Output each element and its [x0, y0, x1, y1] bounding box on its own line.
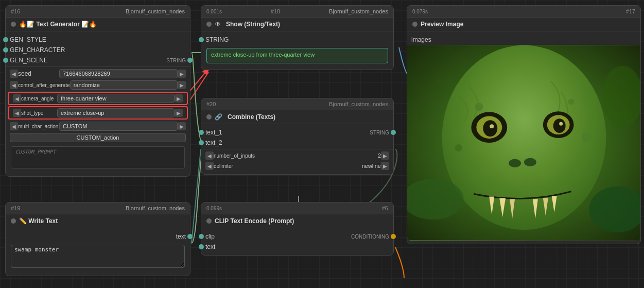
- camera-right-btn[interactable]: ▶: [175, 94, 183, 103]
- seed-left-btn[interactable]: ◀: [10, 70, 18, 78]
- delimiter-label: delimiter: [214, 163, 233, 169]
- seed-input[interactable]: [59, 69, 178, 78]
- camera-input[interactable]: [57, 94, 175, 103]
- node-show-string: 0.001s #18 Bjornulf_custom_nodes 👁 Show …: [201, 5, 394, 70]
- string-out-port[interactable]: [187, 58, 193, 63]
- camera-row: ◀ camera_angle ▶: [8, 92, 188, 105]
- node-18-output-area: extreme close-up from three-quarter view: [201, 45, 393, 66]
- node-6-body: clip CONDITIONING text: [201, 228, 393, 255]
- node-17-titlebar: Preview Image: [407, 18, 640, 31]
- node-16-title: 🔥📝 Text Generator 📝🔥: [19, 21, 97, 28]
- text2-row: text_2: [201, 138, 393, 148]
- seed-row: ◀ seed ▶: [6, 68, 190, 79]
- svg-point-13: [509, 159, 521, 167]
- multi-label: multi_char_action: [18, 124, 59, 129]
- num-inputs-right-btn[interactable]: ▶: [381, 151, 389, 160]
- seed-right-btn[interactable]: ▶: [178, 70, 186, 78]
- camera-left-btn[interactable]: ◀: [13, 94, 21, 103]
- node-16-package: Bjornulf_custom_nodes: [126, 8, 185, 14]
- shot-right-btn[interactable]: ▶: [175, 109, 183, 117]
- node-write-text: #19 Bjornulf_custom_nodes ✏️ Write Text …: [5, 202, 190, 276]
- custom-action-btn[interactable]: CUSTOM_action: [10, 133, 186, 142]
- text2-port[interactable]: [199, 140, 204, 145]
- svg-point-23: [582, 132, 592, 143]
- node-20-status-dot: [206, 114, 212, 120]
- shot-row: ◀ shot_type ▶: [8, 106, 188, 120]
- gen-scene-row: GEN_SCENE STRING: [6, 55, 190, 65]
- node-18-header: 0.001s #18 Bjornulf_custom_nodes: [201, 6, 393, 18]
- node-18-package: Bjornulf_custom_nodes: [329, 8, 388, 14]
- node-20-header: #20 Bjornulf_custom_nodes: [201, 98, 393, 110]
- node-17-id: #17: [626, 8, 635, 14]
- images-row: images: [407, 35, 640, 45]
- text-encode-label: text: [205, 243, 215, 250]
- custom-action-row: CUSTOM_action: [6, 132, 190, 143]
- text1-port[interactable]: [199, 130, 204, 135]
- delimiter-right-btn[interactable]: ▶: [381, 162, 389, 170]
- num-inputs-left-btn[interactable]: ◀: [205, 151, 214, 160]
- camera-label: camera_angle: [21, 96, 57, 101]
- gen-character-port[interactable]: [3, 47, 8, 53]
- images-in-port[interactable]: [405, 37, 410, 42]
- multi-row: ◀ multi_char_action ▶: [6, 121, 190, 132]
- gen-character-label: GEN_CHARACTER: [10, 46, 65, 54]
- control-right-btn[interactable]: ▶: [178, 81, 186, 89]
- node-20-title: Combine (Texts): [228, 113, 275, 121]
- node-6-id: #6: [382, 205, 388, 211]
- node-text-generator: #16 Bjornulf_custom_nodes 🔥📝 Text Genera…: [5, 5, 190, 177]
- delimiter-left-btn[interactable]: ◀: [205, 162, 214, 170]
- link-icon: 🔗: [215, 113, 222, 121]
- node-16-header: #16 Bjornulf_custom_nodes: [6, 6, 190, 18]
- gen-style-label: GEN_STYLE: [10, 36, 46, 43]
- write-text-input[interactable]: swamp monster: [11, 245, 185, 268]
- gen-style-port[interactable]: [3, 37, 8, 42]
- node-18-string-row: STRING: [201, 35, 393, 45]
- svg-point-21: [475, 103, 483, 111]
- node-16-body: GEN_STYLE GEN_CHARACTER GEN_SCENE STRING…: [6, 31, 190, 176]
- node-17-time: 0.079s: [412, 9, 428, 14]
- node-19-package: Bjornulf_custom_nodes: [126, 205, 185, 211]
- gen-scene-port[interactable]: [3, 58, 8, 63]
- multi-input[interactable]: [59, 122, 178, 131]
- node-17-header: 0.079s #17: [407, 6, 640, 18]
- node-17-status-dot: [412, 22, 417, 27]
- node-18-body: STRING extreme close-up from three-quart…: [201, 31, 393, 70]
- text-encode-in-port[interactable]: [199, 244, 204, 249]
- clip-label: clip: [205, 233, 215, 240]
- svg-point-11: [553, 118, 566, 133]
- node-19-header: #19 Bjornulf_custom_nodes: [6, 202, 190, 214]
- control-left-btn[interactable]: ◀: [10, 81, 18, 89]
- custom-prompt-input[interactable]: [11, 146, 185, 168]
- monster-svg: [407, 45, 640, 241]
- node-6-titlebar: CLIP Text Encode (Prompt): [201, 214, 393, 228]
- number-inputs-row: ◀ number_of_inputs 2 ▶: [201, 150, 393, 161]
- node-combine-texts: #20 Bjornulf_custom_nodes 🔗 Combine (Tex…: [201, 98, 394, 175]
- shot-left-btn[interactable]: ◀: [13, 109, 21, 117]
- node-18-string-in-port[interactable]: [199, 37, 204, 42]
- text-out-port[interactable]: [187, 234, 193, 239]
- node-18-status-dot: [206, 22, 212, 27]
- control-input[interactable]: [70, 80, 178, 90]
- svg-point-8: [490, 124, 494, 128]
- shot-input[interactable]: [57, 108, 175, 117]
- text2-label: text_2: [205, 139, 222, 146]
- svg-point-12: [559, 122, 563, 126]
- clip-in-port[interactable]: [199, 234, 204, 239]
- conditioning-out-port[interactable]: [391, 234, 396, 239]
- node-18-id: #18: [271, 8, 280, 14]
- gen-character-row: GEN_CHARACTER: [6, 45, 190, 55]
- delimiter-value: newline: [362, 163, 381, 169]
- node-19-titlebar: ✏️ Write Text: [6, 214, 190, 228]
- text1-label: text_1: [205, 129, 222, 136]
- multi-left-btn[interactable]: ◀: [10, 122, 18, 130]
- string-out-port-20[interactable]: [391, 130, 396, 135]
- multi-right-btn[interactable]: ▶: [178, 122, 186, 130]
- node-18-output-text: extreme close-up from three-quarter view: [206, 48, 388, 63]
- svg-point-22: [568, 98, 575, 105]
- control-label: control_after_generate: [18, 82, 70, 88]
- node-17-body: images: [407, 31, 640, 244]
- node-6-status-dot: [206, 218, 212, 224]
- node-20-package: Bjornulf_custom_nodes: [329, 101, 388, 107]
- svg-point-7: [483, 120, 497, 137]
- node-19-body: text swamp monster: [6, 228, 190, 276]
